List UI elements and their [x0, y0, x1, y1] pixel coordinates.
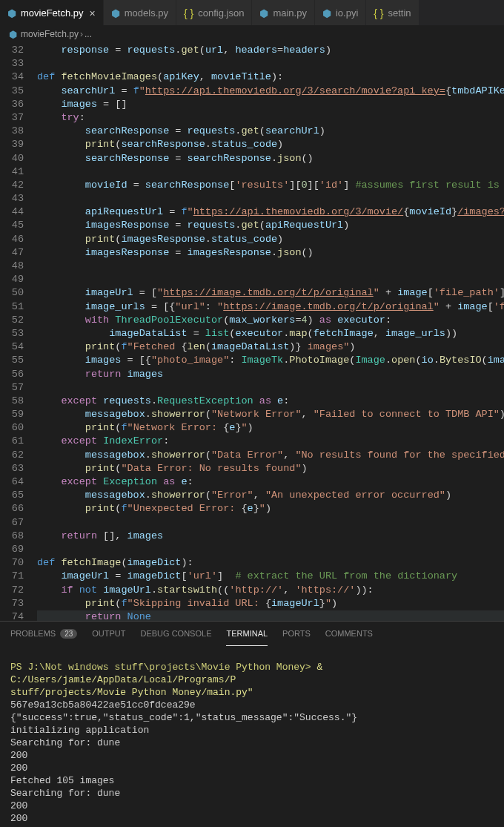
panel-tabs: PROBLEMS23OUTPUTDEBUG CONSOLETERMINALPOR… [0, 621, 504, 645]
code-line[interactable]: searchResponse = requests.get(searchUrl) [37, 125, 504, 138]
tab-label: io.pyi [336, 7, 358, 19]
panel-tab-debug-console[interactable]: DEBUG CONSOLE [141, 622, 212, 646]
tab-label: main.py [273, 7, 307, 19]
code-line[interactable] [37, 381, 504, 395]
line-number: 42 [0, 179, 24, 192]
code-line[interactable]: except Exception as e: [37, 475, 504, 489]
code-line[interactable] [37, 57, 504, 70]
line-number: 55 [0, 354, 24, 367]
code-line[interactable]: return None [37, 610, 504, 621]
tab-main-py[interactable]: ⬢main.py [252, 0, 315, 26]
tab-config-json[interactable]: { }config.json [176, 0, 252, 26]
terminal-line: Searching for: dune [10, 787, 494, 800]
terminal-line: {"success":true,"status_code":1,"status_… [10, 711, 494, 724]
code-line[interactable]: print(f"Unexpected Error: {e}") [37, 502, 504, 515]
line-number: 47 [0, 246, 24, 260]
line-number: 45 [0, 219, 24, 232]
code-line[interactable]: movieId = searchResponse['results'][0]['… [37, 179, 504, 192]
code-line[interactable]: return images [37, 368, 504, 381]
panel-tab-terminal[interactable]: TERMINAL [226, 622, 268, 646]
breadcrumb-file: movieFetch.py [21, 29, 79, 39]
code-line[interactable]: imagesResponse = requests.get(apiRequest… [37, 219, 504, 232]
line-number: 46 [0, 233, 24, 246]
code-line[interactable]: apiRequestUrl = f"https://api.themoviedb… [37, 205, 504, 219]
code-line[interactable] [37, 192, 504, 205]
line-number: 74 [0, 610, 24, 621]
line-number: 40 [0, 152, 24, 165]
code-line[interactable]: print(searchResponse.status_code) [37, 138, 504, 151]
code-line[interactable] [37, 165, 504, 179]
line-number: 32 [0, 44, 24, 57]
code-line[interactable]: with ThreadPoolExecutor(max_workers=4) a… [37, 314, 504, 327]
code-line[interactable]: print("Data Error: No results found") [37, 462, 504, 475]
code-line[interactable]: imageUrl = ["https://image.tmdb.org/t/p/… [37, 286, 504, 300]
code-line[interactable]: messagebox.showerror("Data Error", "No r… [37, 449, 504, 462]
code-line[interactable]: images = [{"photo_image": ImageTk.PhotoI… [37, 354, 504, 367]
code-line[interactable]: imagesResponse = imagesResponse.json() [37, 246, 504, 260]
terminal-line: PS J:\Not windows stuff\projects\Movie P… [10, 661, 494, 686]
panel-tab-output[interactable]: OUTPUT [92, 622, 125, 646]
terminal[interactable]: PS J:\Not windows stuff\projects\Movie P… [0, 645, 504, 827]
code-line[interactable]: image_urls = [{"url": "https://image.tmd… [37, 300, 504, 314]
code-line[interactable]: print(f"Skipping invalid URL: {imageUrl}… [37, 597, 504, 610]
code-line[interactable]: try: [37, 111, 504, 125]
tab-io-pyi[interactable]: ⬢io.pyi [315, 0, 366, 26]
code-line[interactable] [37, 543, 504, 556]
line-number: 66 [0, 502, 24, 515]
line-number: 58 [0, 395, 24, 408]
tab-label: config.json [198, 7, 244, 19]
code-line[interactable]: if not imageUrl.startswith(('http://', '… [37, 584, 504, 597]
line-number: 50 [0, 286, 24, 300]
code-line[interactable]: def fetchImage(imageDict): [37, 556, 504, 570]
line-number: 38 [0, 125, 24, 138]
code-line[interactable] [37, 516, 504, 530]
code-line[interactable]: imageUrl = imageDict['url'] # extract th… [37, 570, 504, 583]
code-line[interactable]: print(f"Network Error: {e}") [37, 421, 504, 435]
close-icon[interactable]: × [90, 7, 96, 19]
python-icon: ⬢ [7, 7, 16, 19]
chevron-right-icon: › [80, 29, 83, 39]
tab-movieFetch-py[interactable]: ⬢movieFetch.py× [0, 0, 104, 26]
code-line[interactable] [37, 273, 504, 286]
code-line[interactable]: return [], images [37, 530, 504, 543]
code-line[interactable]: def fetchMovieImages(apiKey, movieTitle)… [37, 70, 504, 84]
line-number: 61 [0, 435, 24, 448]
editor-tabs: ⬢movieFetch.py×⬢models.py{ }config.json⬢… [0, 0, 504, 26]
terminal-line: Fetched 105 images [10, 774, 494, 787]
line-number: 54 [0, 340, 24, 354]
tab-settin[interactable]: { }settin [366, 0, 419, 26]
code-area[interactable]: response = requests.get(url, headers=hea… [37, 42, 504, 621]
terminal-line: 200 [10, 749, 494, 762]
code-line[interactable]: searchUrl = f"https://api.themoviedb.org… [37, 85, 504, 98]
line-number: 43 [0, 192, 24, 205]
code-line[interactable] [37, 260, 504, 273]
terminal-line: 200 [10, 812, 494, 825]
panel-tab-problems[interactable]: PROBLEMS23 [10, 622, 77, 646]
line-number: 35 [0, 85, 24, 98]
code-line[interactable]: except IndexError: [37, 435, 504, 448]
line-number: 39 [0, 138, 24, 151]
code-line[interactable]: print(imagesResponse.status_code) [37, 233, 504, 246]
code-line[interactable]: searchResponse = searchResponse.json() [37, 152, 504, 165]
panel-tab-label: COMMENTS [325, 629, 373, 638]
editor[interactable]: 3233343536373839404142434445464748495051… [0, 42, 504, 621]
line-number: 67 [0, 516, 24, 530]
terminal-line: stuff/projects/Movie Python Money/main.p… [10, 686, 494, 699]
breadcrumb-rest: ... [84, 29, 92, 39]
panel-tab-ports[interactable]: PORTS [282, 622, 311, 646]
code-line[interactable]: response = requests.get(url, headers=hea… [37, 44, 504, 57]
breadcrumb[interactable]: ⬢ movieFetch.py › ... [0, 26, 504, 42]
code-line[interactable]: messagebox.showerror("Network Error", "F… [37, 408, 504, 421]
code-line[interactable]: except requests.RequestException as e: [37, 395, 504, 408]
code-line[interactable]: messagebox.showerror("Error", "An unexpe… [37, 489, 504, 502]
code-line[interactable]: imageDataList = list(executor.map(fetchI… [37, 327, 504, 340]
tab-models-py[interactable]: ⬢models.py [104, 0, 176, 26]
code-line[interactable]: images = [] [37, 98, 504, 111]
panel-tab-comments[interactable]: COMMENTS [325, 622, 373, 646]
code-line[interactable]: print(f"Fetched {len(imageDataList)} ima… [37, 340, 504, 354]
line-number: 36 [0, 98, 24, 111]
line-number: 49 [0, 273, 24, 286]
line-number: 57 [0, 381, 24, 395]
panel-tab-label: TERMINAL [226, 629, 268, 638]
line-number: 52 [0, 314, 24, 327]
